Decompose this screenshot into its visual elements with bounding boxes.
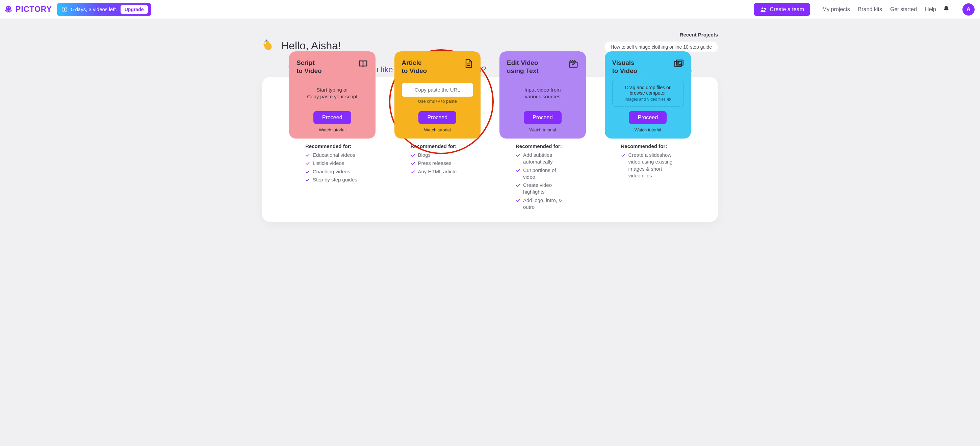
logo[interactable]: PICTORY xyxy=(3,5,52,14)
wave-icon xyxy=(262,39,275,53)
greeting-text: Hello, Aisha! xyxy=(281,40,341,52)
app-header: PICTORY 5 days, 3 videos left. Upgrade C… xyxy=(0,0,980,19)
option-cards: Scriptto Video Start typing orCopy paste… xyxy=(289,51,691,212)
gallery-icon xyxy=(673,59,684,70)
svg-point-0 xyxy=(6,5,11,11)
rec-item: Educational videos xyxy=(305,152,359,158)
octopus-icon xyxy=(3,5,14,14)
main: Hello, Aisha! Recent Projects How to sel… xyxy=(255,19,725,231)
edit-hint[interactable]: Input video fromvarious sources xyxy=(525,86,561,100)
rec-item: Add subtitles automatically xyxy=(515,152,570,166)
visuals-recommended: Recommended for: Create a slideshow vide… xyxy=(605,143,691,179)
team-icon xyxy=(760,6,767,13)
article-watch-tutorial[interactable]: Watch tutorial xyxy=(424,127,451,132)
svg-text:?: ? xyxy=(668,98,670,101)
trial-text: 5 days, 3 videos left. xyxy=(71,6,117,12)
recent-title: Recent Projects xyxy=(605,32,718,38)
rec-item: Create a slideshow video using existing … xyxy=(621,152,675,179)
book-icon xyxy=(358,59,368,70)
script-watch-tutorial[interactable]: Watch tutorial xyxy=(319,127,345,132)
script-hint[interactable]: Start typing orCopy paste your script xyxy=(307,86,357,100)
greeting: Hello, Aisha! xyxy=(262,39,341,53)
avatar[interactable]: A xyxy=(963,3,975,16)
rec-item: Any HTML article xyxy=(410,168,465,175)
top-nav: My projects Brand kits Get started Help xyxy=(822,6,936,13)
rec-item: Blogs xyxy=(410,152,465,158)
rec-item: Step by step guides xyxy=(305,176,359,183)
edit-watch-tutorial[interactable]: Watch tutorial xyxy=(529,127,556,132)
nav-help[interactable]: Help xyxy=(925,6,936,13)
article-subhint: Use cmd+v to paste xyxy=(418,99,457,104)
trial-pill: 5 days, 3 videos left. Upgrade xyxy=(57,3,151,16)
visuals-watch-tutorial[interactable]: Watch tutorial xyxy=(635,127,661,132)
edit-proceed-button[interactable]: Proceed xyxy=(524,111,562,124)
notifications-icon[interactable] xyxy=(943,5,950,14)
script-recommended: Recommended for: Educational videosListi… xyxy=(289,143,375,183)
script-to-video-card: Scriptto Video Start typing orCopy paste… xyxy=(289,51,375,139)
create-team-button[interactable]: Create a team xyxy=(754,3,810,16)
script-proceed-button[interactable]: Proceed xyxy=(313,111,351,124)
rec-item: Cut portions of video xyxy=(515,167,570,181)
nav-get-started[interactable]: Get started xyxy=(890,6,917,13)
visuals-to-video-card: Visualsto Video Drag and drop files orbr… xyxy=(605,51,691,139)
rec-item: Coaching videos xyxy=(305,168,359,175)
article-to-video-card: Articleto Video Use cmd+v to paste Proce… xyxy=(395,51,481,139)
svg-point-15 xyxy=(678,62,679,63)
logo-text: PICTORY xyxy=(16,5,52,14)
nav-brand-kits[interactable]: Brand kits xyxy=(858,6,882,13)
rec-item: Add logo, intro, & outro xyxy=(515,197,570,211)
edit-video-card: Edit Videousing Text Input video fromvar… xyxy=(500,51,586,139)
upgrade-button[interactable]: Upgrade xyxy=(121,5,148,14)
visuals-proceed-button[interactable]: Proceed xyxy=(629,111,667,124)
rec-item: Listicle videos xyxy=(305,160,359,167)
article-url-input[interactable] xyxy=(402,83,474,97)
nav-my-projects[interactable]: My projects xyxy=(822,6,850,13)
clapperboard-icon xyxy=(568,59,579,70)
rec-item: Press releases xyxy=(410,160,465,167)
options-panel: Scriptto Video Start typing orCopy paste… xyxy=(262,77,718,222)
edit-recommended: Recommended for: Add subtitles automatic… xyxy=(500,143,586,210)
recent-project-chip[interactable]: How to sell vintage clothing online 10-s… xyxy=(605,41,718,53)
info-icon xyxy=(62,6,68,13)
svg-point-8 xyxy=(762,8,763,9)
visuals-dropzone[interactable]: Drag and drop files orbrowse computer Im… xyxy=(612,80,684,107)
document-icon xyxy=(464,59,473,70)
article-recommended: Recommended for: BlogsPress releasesAny … xyxy=(395,143,481,175)
article-proceed-button[interactable]: Proceed xyxy=(418,111,456,124)
help-icon: ? xyxy=(667,97,671,101)
svg-rect-7 xyxy=(64,9,65,11)
recent-projects: Recent Projects How to sell vintage clot… xyxy=(605,32,718,53)
svg-rect-11 xyxy=(765,8,766,9)
rec-item: Create video highlights xyxy=(515,182,570,196)
svg-point-6 xyxy=(64,8,65,8)
